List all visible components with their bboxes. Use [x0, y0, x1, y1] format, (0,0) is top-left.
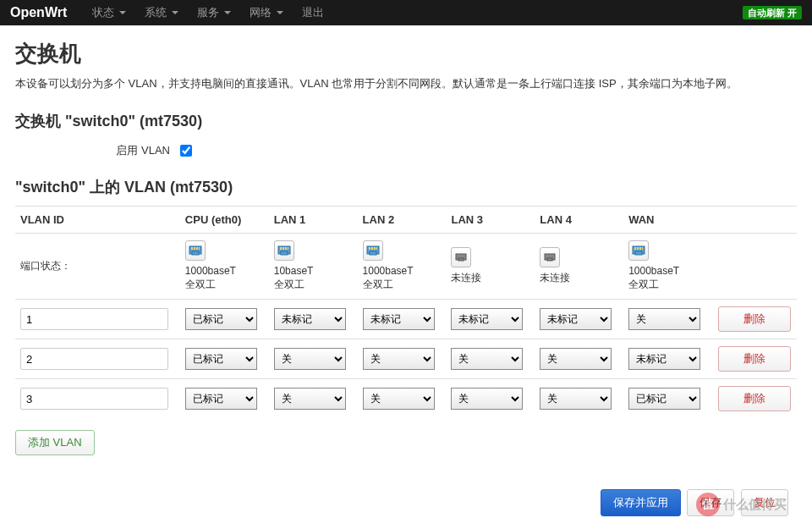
- save-apply-button[interactable]: 保存并应用: [601, 489, 681, 516]
- svg-rect-2: [191, 247, 193, 250]
- ethernet-connected-icon: [628, 240, 649, 261]
- svg-rect-24: [634, 247, 636, 250]
- vlan-port-select[interactable]: 关: [451, 388, 523, 410]
- svg-rect-1: [192, 251, 199, 255]
- vlan-port-select[interactable]: 已标记: [185, 308, 257, 330]
- nav-item-1[interactable]: 系统: [136, 1, 187, 25]
- port-status-4: 未连接: [535, 233, 623, 300]
- vlan-port-select[interactable]: 关: [363, 348, 435, 370]
- port-status-row: 端口状态：1000baseT全双工10baseT全双工1000baseT全双工未…: [15, 233, 797, 300]
- vlan-table: VLAN IDCPU (eth0)LAN 1LAN 2LAN 3LAN 4WAN…: [15, 206, 797, 419]
- ethernet-connected-icon: [274, 240, 294, 261]
- navbar: OpenWrt 状态系统服务网络退出 自动刷新 开: [0, 0, 812, 25]
- nav-right: 自动刷新 开: [743, 6, 802, 19]
- nav-item-3[interactable]: 网络: [241, 1, 292, 25]
- svg-rect-19: [458, 258, 464, 261]
- chevron-down-icon: [172, 11, 178, 14]
- port-status-label: 端口状态：: [15, 233, 180, 300]
- switch-section-title: 交换机 "switch0" (mt7530): [15, 111, 797, 131]
- port-status-text: 1000baseT全双工: [628, 264, 707, 293]
- svg-rect-27: [642, 247, 643, 250]
- ethernet-connected-icon: [185, 240, 206, 261]
- nav-item-0[interactable]: 状态: [84, 1, 134, 25]
- vlan-port-select[interactable]: 已标记: [185, 348, 257, 370]
- ethernet-connected-icon: [363, 240, 383, 261]
- reset-button[interactable]: 复位: [741, 489, 788, 516]
- table-header: LAN 3: [446, 206, 535, 233]
- svg-rect-21: [547, 258, 552, 261]
- vlan-port-select[interactable]: 未标记: [274, 308, 346, 330]
- port-status-text: 未连接: [540, 271, 618, 285]
- vlan-port-select[interactable]: 未标记: [540, 308, 612, 330]
- ethernet-disconnected-icon: [451, 247, 471, 267]
- enable-vlan-label: 启用 VLAN: [15, 143, 180, 158]
- brand-logo: OpenWrt: [10, 5, 67, 20]
- vlan-port-select[interactable]: 关: [363, 388, 435, 410]
- svg-rect-15: [371, 247, 373, 250]
- vlan-port-select[interactable]: 关: [628, 308, 700, 330]
- vlan-port-select[interactable]: 已标记: [628, 388, 700, 410]
- svg-rect-9: [283, 247, 284, 250]
- vlan-id-input[interactable]: [20, 348, 168, 370]
- chevron-down-icon: [224, 11, 231, 14]
- delete-vlan-button[interactable]: 删除: [718, 306, 791, 332]
- svg-rect-23: [635, 251, 642, 255]
- port-status-3: 未连接: [446, 233, 535, 300]
- vlan-port-select[interactable]: 未标记: [451, 308, 523, 330]
- table-header: LAN 1: [269, 206, 358, 233]
- svg-rect-14: [369, 247, 370, 250]
- svg-rect-8: [280, 247, 282, 250]
- table-header-row: VLAN IDCPU (eth0)LAN 1LAN 2LAN 3LAN 4WAN: [15, 206, 797, 233]
- port-status-text: 10baseT全双工: [274, 264, 353, 293]
- svg-rect-26: [639, 247, 641, 250]
- svg-rect-3: [194, 247, 195, 250]
- svg-rect-17: [376, 247, 377, 250]
- vlan-port-select[interactable]: 关: [540, 348, 612, 370]
- chevron-down-icon: [277, 11, 283, 14]
- svg-rect-13: [370, 251, 376, 255]
- vlan-section: "switch0" 上的 VLAN (mt7530) VLAN IDCPU (e…: [15, 177, 797, 456]
- page-actions: 保存并应用 保存 复位: [15, 489, 797, 516]
- port-status-0: 1000baseT全双工: [180, 233, 269, 300]
- delete-vlan-button[interactable]: 删除: [718, 386, 791, 411]
- svg-rect-25: [637, 247, 639, 250]
- add-vlan-button[interactable]: 添加 VLAN: [15, 430, 95, 455]
- port-status-2: 1000baseT全双工: [358, 233, 447, 300]
- port-status-5: 1000baseT全双工: [623, 233, 712, 300]
- table-header: WAN: [623, 206, 712, 233]
- svg-rect-4: [196, 247, 198, 250]
- vlan-id-input[interactable]: [20, 388, 168, 410]
- vlan-row: 已标记关关关关已标记删除: [15, 379, 797, 419]
- save-button[interactable]: 保存: [687, 489, 734, 516]
- vlan-port-select[interactable]: 未标记: [363, 308, 435, 330]
- vlan-id-input[interactable]: [20, 308, 168, 330]
- svg-rect-11: [288, 247, 288, 250]
- vlan-port-select[interactable]: 关: [451, 348, 523, 370]
- auto-refresh-toggle[interactable]: 自动刷新 开: [743, 6, 802, 19]
- vlan-port-select[interactable]: 关: [540, 388, 612, 410]
- table-header: VLAN ID: [15, 206, 180, 233]
- vlan-port-select[interactable]: 关: [274, 388, 346, 410]
- nav-items: 状态系统服务网络退出: [84, 1, 332, 25]
- vlan-row: 已标记关关关关未标记删除: [15, 339, 797, 379]
- table-header: LAN 4: [535, 206, 623, 233]
- vlan-row: 已标记未标记未标记未标记未标记关删除: [15, 300, 797, 339]
- nav-item-2[interactable]: 服务: [189, 1, 239, 25]
- nav-item-4[interactable]: 退出: [294, 1, 332, 25]
- vlan-port-select[interactable]: 关: [274, 348, 346, 370]
- page-title: 交换机: [15, 39, 797, 69]
- svg-rect-10: [285, 247, 287, 250]
- enable-vlan-row: 启用 VLAN: [15, 143, 797, 158]
- port-status-text: 1000baseT全双工: [185, 264, 264, 293]
- ethernet-disconnected-icon: [540, 247, 560, 267]
- main-container: 交换机 本设备可以划分为多个 VLAN，并支持电脑间的直接通讯。VLAN 也常用…: [0, 25, 812, 529]
- page-description: 本设备可以划分为多个 VLAN，并支持电脑间的直接通讯。VLAN 也常用于分割不…: [15, 75, 797, 92]
- vlan-port-select[interactable]: 已标记: [185, 388, 257, 410]
- enable-vlan-checkbox[interactable]: [180, 145, 192, 157]
- vlan-port-select[interactable]: 未标记: [628, 348, 700, 370]
- port-status-1: 10baseT全双工: [269, 233, 358, 300]
- svg-rect-5: [199, 247, 200, 250]
- chevron-down-icon: [119, 11, 126, 14]
- svg-rect-7: [281, 251, 288, 255]
- delete-vlan-button[interactable]: 删除: [718, 346, 791, 372]
